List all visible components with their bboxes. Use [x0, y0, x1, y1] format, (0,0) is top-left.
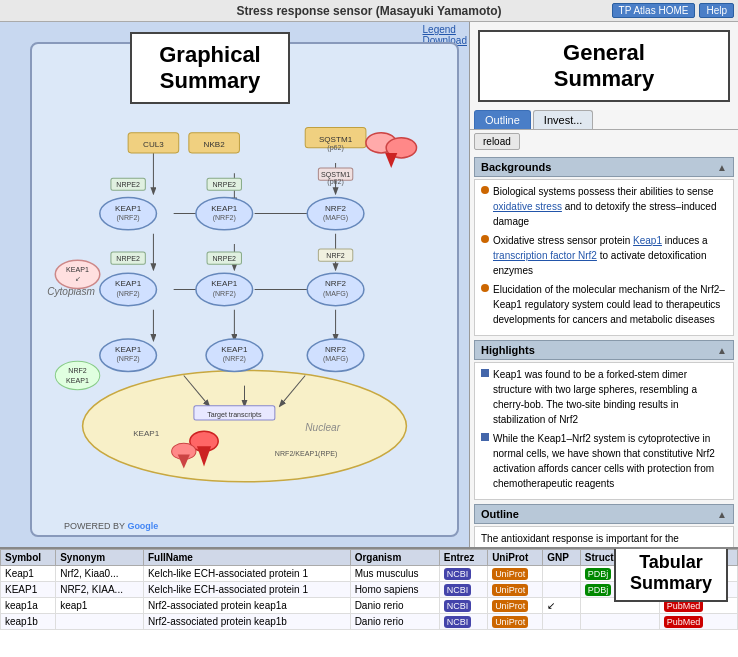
cell-fullname: Nrf2-associated protein keap1b	[143, 614, 350, 630]
bottom-table-area: Tabular Summary Symbol Synonym FullName …	[0, 547, 738, 657]
cell-synonym: Nrf2, Kiaa0...	[56, 566, 144, 582]
nrf2-link-1[interactable]: transcription factor Nrf2	[493, 250, 597, 261]
cell-fullname: Nrf2-associated protein keap1a	[143, 598, 350, 614]
col-symbol: Symbol	[1, 550, 56, 566]
entrez-btn[interactable]: NCBI	[444, 568, 472, 580]
svg-text:NRPE2: NRPE2	[116, 181, 140, 189]
cell-fullname: Kelch-like ECH-associated protein 1	[143, 582, 350, 598]
col-uniprot: UniProt	[488, 550, 543, 566]
cell-gnp	[543, 614, 580, 630]
highlights-scroll[interactable]: ▲	[717, 345, 727, 356]
col-fullname: FullName	[143, 550, 350, 566]
bullet-sq-1	[481, 369, 489, 377]
help-button[interactable]: Help	[699, 3, 734, 18]
cell-synonym	[56, 614, 144, 630]
uniprot-btn[interactable]: UniProt	[492, 568, 528, 580]
entrez-btn[interactable]: NCBI	[444, 616, 472, 628]
svg-text:(NRF2): (NRF2)	[117, 355, 140, 363]
svg-text:NRF2: NRF2	[326, 252, 345, 260]
svg-text:(NRF2): (NRF2)	[223, 355, 246, 363]
svg-text:(NRF2): (NRF2)	[213, 290, 236, 298]
svg-text:↙: ↙	[75, 275, 81, 283]
bullet-dot-3	[481, 284, 489, 292]
cell-synonym: NRF2, KIAA...	[56, 582, 144, 598]
cell-synonym: keap1	[56, 598, 144, 614]
cell-gnp	[543, 582, 580, 598]
cell-entrez: NCBI	[439, 582, 487, 598]
cell-uniprot: UniProt	[488, 582, 543, 598]
pdb-btn[interactable]: PDBj	[585, 568, 612, 580]
right-content[interactable]: Backgrounds ▲ Biological systems possess…	[470, 153, 738, 547]
cell-struct-p3: PubMed	[659, 614, 737, 630]
legend-link[interactable]: Legend	[423, 24, 467, 35]
cell-uniprot: UniProt	[488, 566, 543, 582]
svg-text:CUL3: CUL3	[143, 140, 164, 149]
svg-text:(p62): (p62)	[327, 178, 344, 186]
main-container: + − ✛ ⊙ □ Graphical Summary Legend Downl…	[0, 22, 738, 547]
svg-text:SQSTM1: SQSTM1	[319, 135, 353, 144]
graphical-summary-label: Graphical Summary	[130, 32, 290, 104]
cell-organism: Danio rerio	[350, 614, 439, 630]
col-organism: Organism	[350, 550, 439, 566]
svg-text:KEAP1: KEAP1	[211, 279, 238, 288]
tp-atlas-home-button[interactable]: TP Atlas HOME	[612, 3, 696, 18]
svg-text:Target transcripts: Target transcripts	[207, 411, 262, 419]
svg-text:(NRF2): (NRF2)	[213, 214, 236, 222]
svg-text:(p62): (p62)	[327, 144, 344, 152]
cell-struct-pdb	[580, 614, 659, 630]
svg-text:NRF2: NRF2	[325, 279, 347, 288]
svg-text:KEAP1: KEAP1	[133, 429, 160, 438]
svg-text:NKB2: NKB2	[204, 140, 226, 149]
backgrounds-scroll[interactable]: ▲	[717, 162, 727, 173]
tab-invest[interactable]: Invest...	[533, 110, 594, 129]
top-bar: Stress response sensor (Masayuki Yamamot…	[0, 0, 738, 22]
cell-symbol: keap1a	[1, 598, 56, 614]
col-synonym: Synonym	[56, 550, 144, 566]
outline-content: The antioxidant response is important fo…	[474, 526, 734, 547]
svg-text:(NRF2): (NRF2)	[117, 290, 140, 298]
cell-organism: Mus musculus	[350, 566, 439, 582]
cell-organism: Danio rerio	[350, 598, 439, 614]
outline-scroll[interactable]: ▲	[717, 509, 727, 520]
general-summary-label: General Summary	[478, 30, 730, 102]
keap1-link-1[interactable]: Keap1	[633, 235, 662, 246]
oxidative-stress-link-1[interactable]: oxidative stress	[493, 201, 562, 212]
reload-button[interactable]: reload	[474, 133, 520, 150]
left-panel: + − ✛ ⊙ □ Graphical Summary Legend Downl…	[0, 22, 470, 547]
svg-text:NRF2: NRF2	[325, 204, 347, 213]
cell-gnp	[543, 566, 580, 582]
svg-text:NRPE2: NRPE2	[212, 181, 236, 189]
cell-entrez: NCBI	[439, 566, 487, 582]
svg-text:NRF2/KEAP1(RPE): NRF2/KEAP1(RPE)	[275, 450, 338, 458]
uniprot-btn[interactable]: UniProt	[492, 600, 528, 612]
tab-outline[interactable]: Outline	[474, 110, 531, 129]
highlights-content: Keap1 was found to be a forked-stem dime…	[474, 362, 734, 500]
uniprot-btn[interactable]: UniProt	[492, 584, 528, 596]
pdb-btn[interactable]: PDBj	[585, 584, 612, 596]
pubmed-btn[interactable]: PubMed	[664, 616, 704, 628]
svg-text:NRPE2: NRPE2	[116, 255, 140, 263]
cell-fullname: Kelch-like ECH-associated protein 1	[143, 566, 350, 582]
uniprot-btn[interactable]: UniProt	[492, 616, 528, 628]
entrez-btn[interactable]: NCBI	[444, 584, 472, 596]
svg-text:(MAFG): (MAFG)	[323, 214, 348, 222]
pathway-svg: Nuclear Cytoplasm	[32, 44, 457, 535]
cell-symbol: KEAP1	[1, 582, 56, 598]
svg-text:NRF2: NRF2	[325, 345, 347, 354]
highlights-header: Highlights ▲	[474, 340, 734, 360]
bullet-dot-1	[481, 186, 489, 194]
bullet-dot-2	[481, 235, 489, 243]
background-item-3: Elucidation of the molecular mechanism o…	[481, 282, 727, 327]
svg-text:Nuclear: Nuclear	[305, 422, 340, 433]
bullet-sq-2	[481, 433, 489, 441]
outline-section-header: Outline ▲	[474, 504, 734, 524]
pathway-map[interactable]: Nuclear Cytoplasm	[30, 42, 459, 537]
tabular-summary-label: Tabular Summary	[614, 547, 728, 602]
cell-organism: Homo sapiens	[350, 582, 439, 598]
cell-symbol: keap1b	[1, 614, 56, 630]
svg-text:(NRF2): (NRF2)	[117, 214, 140, 222]
entrez-btn[interactable]: NCBI	[444, 600, 472, 612]
tabs-bar: Outline Invest...	[470, 110, 738, 130]
window-title: Stress response sensor (Masayuki Yamamot…	[236, 4, 501, 18]
svg-point-77	[55, 260, 100, 288]
